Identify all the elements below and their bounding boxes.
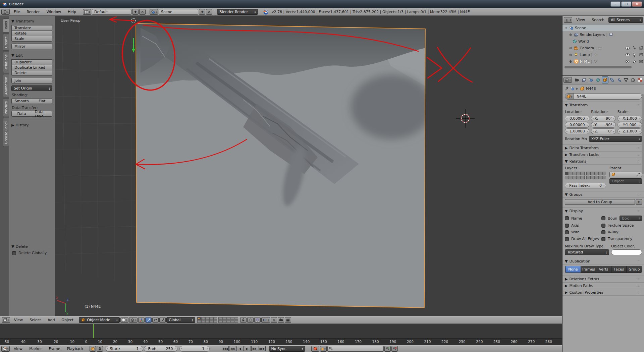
mode-dropdown[interactable]: Object Mode▴▾ [79,317,120,323]
data-transfer-data-button[interactable]: Data [11,111,32,117]
display-xray-checkbox[interactable] [601,230,605,234]
duplication-option[interactable]: Frames [581,266,596,273]
tab-scene[interactable] [588,76,594,83]
object-layers-grid-2[interactable] [586,172,606,179]
panel-grip[interactable]: :::: [47,20,52,23]
jump-to-start-button[interactable]: ◀◀▮ [222,346,229,351]
selectability-cursor-icon[interactable] [633,53,636,57]
edit-panel-header[interactable]: ▼Edit:::: [11,53,52,58]
panel-grip[interactable]: :::: [47,54,52,57]
tool-shelf-tab[interactable]: Grease Pencil [3,118,9,147]
tab-constraints[interactable] [609,76,615,83]
visibility-eye-icon[interactable] [625,53,630,56]
scene-icon-button[interactable]: ▴▾ [150,9,158,15]
collapsed-panel-header[interactable]: ▶Motion Paths:::: [562,282,644,289]
outliner-row-renderlayers[interactable]: ⊕ RenderLayers | [562,31,644,38]
lock-time-button[interactable] [97,346,103,352]
panel-grip[interactable]: :::: [637,209,642,213]
max-draw-type-dropdown[interactable]: Textured▴▾ [565,249,609,255]
tool-shelf-tab[interactable]: Tools [3,18,9,33]
viewport-shading-dropdown[interactable]: ▴▾ [120,317,128,323]
frame-start-field[interactable]: Start:1 [106,346,143,352]
manipulator-rotate-button[interactable] [152,317,159,323]
visibility-eye-icon[interactable] [625,60,630,63]
tab-material[interactable] [630,76,636,83]
transform-orientation-dropdown[interactable]: Global▴▾ [166,317,195,323]
tool-shelf-tab[interactable]: Relations [3,52,9,73]
menu-item[interactable]: Frame [45,347,63,351]
visibility-eye-icon[interactable] [625,47,630,50]
scale-z-field[interactable]: Z:1.000 [618,128,642,134]
current-frame-field[interactable]: 1 [179,346,210,352]
duplication-option[interactable]: Group [626,266,642,273]
render-engine-dropdown[interactable]: Blender Render▴▾ [217,9,258,15]
tab-render-layers[interactable] [581,76,587,83]
panel-grip[interactable]: :::: [637,284,642,287]
menu-item[interactable]: View [11,318,26,322]
menu-item[interactable]: Select [26,318,44,322]
menu-item[interactable]: Window [43,10,64,14]
outliner-row-n44e[interactable]: ⊕ N44E | [562,58,644,65]
tool-button[interactable]: Delete [11,70,52,76]
play-button[interactable]: ▶ [244,346,251,351]
panel-grip[interactable]: :::: [637,277,642,281]
location-y-field[interactable]: 0.00000 [565,122,589,128]
new-group-button[interactable]: ✚ [636,199,642,205]
tab-render[interactable] [574,76,580,83]
pin-icon[interactable] [565,86,569,91]
panel-grip[interactable]: :::: [637,146,642,150]
snap-element-dropdown[interactable]: ▴▾ [261,317,270,323]
rotation-x-field[interactable]: X:90° [591,116,615,121]
selectability-cursor-icon[interactable] [633,60,636,63]
display-bounds-checkbox[interactable] [601,216,605,220]
panel-grip[interactable]: :::: [637,160,642,163]
frame-end-field[interactable]: End:250 [144,346,177,352]
object-layers-grid[interactable] [565,172,585,179]
mirror-button[interactable]: Mirror [11,44,52,49]
next-keyframe-button[interactable]: ▶▶ [251,346,258,351]
delete-globally-checkbox[interactable] [12,251,16,255]
selectability-cursor-icon[interactable] [633,46,636,50]
screen-layout-name-field[interactable]: Default [92,9,131,15]
join-button[interactable]: Join [11,78,52,83]
tab-modifiers[interactable] [615,76,622,83]
id-block-selector[interactable]: ▴▾ [565,94,574,99]
expand-icon[interactable]: ⊕ [569,46,573,50]
collapsed-panel-header[interactable]: ▶Relations Extras:::: [562,276,644,282]
outliner-row-camera[interactable]: ⊕ Camera | [562,45,644,51]
tab-object-data[interactable] [623,76,629,83]
scene-name-field[interactable]: Scene [159,9,198,15]
display-name-checkbox[interactable] [565,216,569,220]
tool-button[interactable]: Scale [11,36,52,42]
display-panel-header[interactable]: ▼Display:::: [562,208,644,214]
editor-type-button-timeline[interactable]: ▴▾ [1,346,10,352]
transform-panel-header[interactable]: ▼Transform:::: [11,19,52,23]
renderability-camera-icon[interactable] [639,46,643,50]
set-origin-dropdown[interactable]: Set Origin▴▾ [11,85,52,91]
menu-item[interactable]: Render [23,10,43,14]
pass-index-field[interactable]: Pass Index:0 [565,183,606,188]
location-x-field[interactable]: 0.00000 [565,116,589,121]
expand-icon[interactable]: ⊕ [569,33,573,37]
editor-type-button-outliner[interactable]: ▴▾ [564,17,572,23]
menu-item[interactable]: Add [44,318,58,322]
renderability-camera-icon[interactable] [639,53,643,56]
panel-grip[interactable]: :::: [47,245,52,248]
tool-button[interactable]: Duplicate [11,59,52,65]
timeline-strip[interactable] [0,324,562,338]
outliner-row-lamp[interactable]: ⊕ Lamp | [562,51,644,58]
object-crumb-icon[interactable] [580,86,584,91]
add-scene-button[interactable]: ✚ [199,9,205,15]
expand-icon[interactable]: ⊕ [569,53,573,57]
menu-item[interactable]: View [10,347,26,351]
outliner-row-scene[interactable]: ⊖ Scene [562,24,644,31]
layer-buttons[interactable] [197,317,238,323]
object-name-field[interactable]: ▴▾ N44E [565,93,642,100]
menu-item[interactable]: Marker [26,347,45,351]
panel-grip[interactable]: :::: [637,153,642,156]
maximize-button[interactable]: ❐ [621,1,631,7]
history-panel-header[interactable]: ▶History [11,123,52,127]
keying-set-type-dropdown[interactable]: ◆▴▾ [320,346,327,352]
tool-shelf-tab[interactable]: Animation [3,74,9,98]
panel-grip[interactable]: :::: [637,193,642,196]
